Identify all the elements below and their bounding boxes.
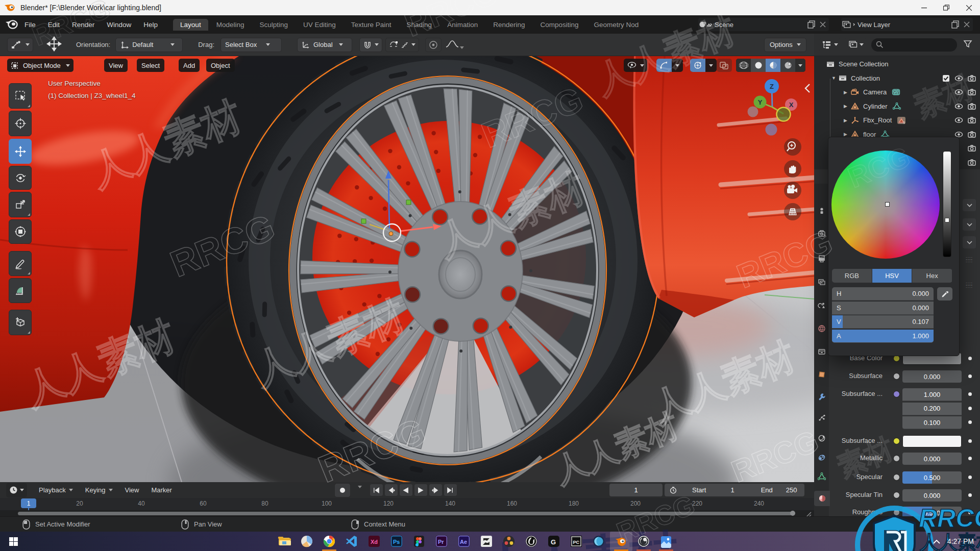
property-decorator-dot[interactable] [893,455,900,462]
clock[interactable]: 4:27 PM [947,537,974,545]
properties-tab-render[interactable] [814,226,829,241]
value-slider[interactable]: 0.500 [902,471,962,484]
tab-rendering[interactable]: Rendering [486,19,532,31]
start-button[interactable] [2,532,24,551]
taskbar-app-ghub[interactable]: G [543,532,565,551]
outliner-row-camera[interactable]: ▶Camera [814,85,980,99]
tab-shading[interactable]: Shading [400,19,439,31]
color-swatch[interactable] [902,435,962,447]
taskbar-app-vscode[interactable] [340,532,363,551]
panel-collapse-chevron[interactable] [963,199,976,211]
menu-help[interactable]: Help [137,15,164,34]
camera-toggle-icon[interactable] [968,103,976,110]
panel-drag-dots[interactable]: :::: :::: [966,283,973,288]
outliner-row-collection[interactable]: ▼Collection [814,71,980,85]
outliner-display-mode-dropdown[interactable] [819,38,841,52]
orientation-dropdown[interactable]: Default [115,38,183,52]
jump-to-start-button[interactable] [370,484,383,496]
taskbar-app-figma[interactable] [408,532,430,551]
tab-uv-editing[interactable]: UV Editing [296,19,343,31]
eye-toggle-icon[interactable] [954,103,963,110]
taskbar-app-paint3d[interactable] [296,532,318,551]
properties-tab-tool[interactable] [814,203,829,218]
eye-toggle-icon[interactable] [954,89,963,95]
gizmo-plane-handle[interactable] [361,219,366,223]
taskbar-app-premiere[interactable]: Pr [430,532,453,551]
keyframe-dot[interactable] [968,357,972,360]
playhead[interactable]: 1 [21,498,36,508]
gizmo-plane-handle[interactable] [406,200,411,205]
properties-tab-particles[interactable] [814,410,829,425]
keyframe-dot[interactable] [968,392,972,396]
taskbar-app-unreal[interactable] [520,532,543,551]
color-mode-tab-hsv[interactable]: HSV [872,269,912,283]
tab-sculpting[interactable]: Sculpting [252,19,295,31]
taskbar-app-photoshop[interactable]: Ps [385,532,408,551]
snap-toggle[interactable] [385,38,419,52]
proportional-edit-toggle[interactable] [425,38,442,52]
camera-view-icon[interactable] [784,182,801,199]
timeline-menu-playback[interactable]: Playback [35,485,77,495]
tab-geometry-nod[interactable]: Geometry Nod [587,19,646,31]
snap-target-dropdown[interactable] [359,38,382,52]
disclosure-expanded-icon[interactable]: ▼ [831,76,839,81]
outliner-search-input[interactable] [871,38,957,52]
checkbox-toggle-icon[interactable] [942,74,950,82]
disclosure-collapsed-icon[interactable]: ▶ [844,118,851,123]
taskbar-app-obs[interactable] [632,532,655,551]
previous-keyframe-button[interactable] [384,484,398,496]
property-decorator-dot[interactable] [893,373,900,380]
timeline-menu-keying[interactable]: Keying [82,485,116,495]
camera-toggle-icon[interactable] [968,144,976,154]
transform-move-icon[interactable] [46,36,62,54]
property-decorator-dot[interactable] [893,438,900,444]
restore-button[interactable] [935,0,958,15]
disclosure-collapsed-icon[interactable]: ▶ [844,132,851,137]
tray-expand-icon[interactable] [933,539,940,544]
tab-animation[interactable]: Animation [440,19,485,31]
drag-dropdown[interactable]: Select Box [220,38,282,52]
properties-tab-output[interactable] [814,251,829,266]
keyframe-dot[interactable] [968,457,972,460]
nav-axis-y-neg[interactable] [777,108,791,121]
outliner-row-cylinder[interactable]: ▶Cylinder [814,99,980,113]
vector-value-slider[interactable]: 0.100 [902,416,962,429]
taskbar-app-xd[interactable]: Xd [363,532,385,551]
value-slider-handle[interactable] [945,218,949,222]
menu-file[interactable]: File [18,15,42,34]
tab-modeling[interactable]: Modeling [209,19,252,31]
picker-slider-a[interactable]: A1.000 [832,330,934,343]
keyframe-dot[interactable] [968,493,972,497]
new-layer-icon[interactable] [951,20,960,29]
menu-render[interactable]: Render [66,15,101,34]
properties-tab-view-layer[interactable] [814,275,829,290]
outliner-filter-icon[interactable] [963,39,972,51]
move-gizmo[interactable] [361,170,442,241]
menu-edit[interactable]: Edit [42,15,66,34]
camera-toggle-icon[interactable] [968,131,976,138]
taskbar-app-explorer[interactable] [273,532,296,551]
keyframe-dot[interactable] [968,420,972,424]
keyframe-dot[interactable] [968,374,972,378]
eye-toggle-icon[interactable] [954,75,963,82]
keyframe-dot[interactable] [968,407,972,410]
camera-toggle-icon[interactable] [968,117,976,123]
taskbar-app-aftereffects[interactable]: Ae [453,532,475,551]
sidebar-toggle-arrow[interactable] [805,84,810,92]
close-button[interactable] [958,0,980,15]
tab-compositing[interactable]: Compositing [533,19,585,31]
timeline-menu-view[interactable]: View [121,485,143,495]
color-wheel-cursor[interactable] [885,202,890,207]
next-keyframe-button[interactable] [429,484,443,496]
proportional-falloff-dropdown[interactable] [446,39,464,51]
taskbar-app-blender[interactable] [610,532,632,551]
keyframe-dot[interactable] [968,439,972,443]
zoom-view-icon[interactable] [784,138,801,156]
picker-slider-h[interactable]: H0.000 [832,287,934,300]
delete-scene-icon[interactable] [820,21,826,28]
keyframe-dot[interactable] [968,511,972,514]
new-scene-icon[interactable] [807,20,816,29]
disclosure-collapsed-icon[interactable]: ▶ [844,104,851,109]
tab-texture-paint[interactable]: Texture Paint [344,19,399,31]
scrollbar-knob[interactable] [790,511,795,516]
